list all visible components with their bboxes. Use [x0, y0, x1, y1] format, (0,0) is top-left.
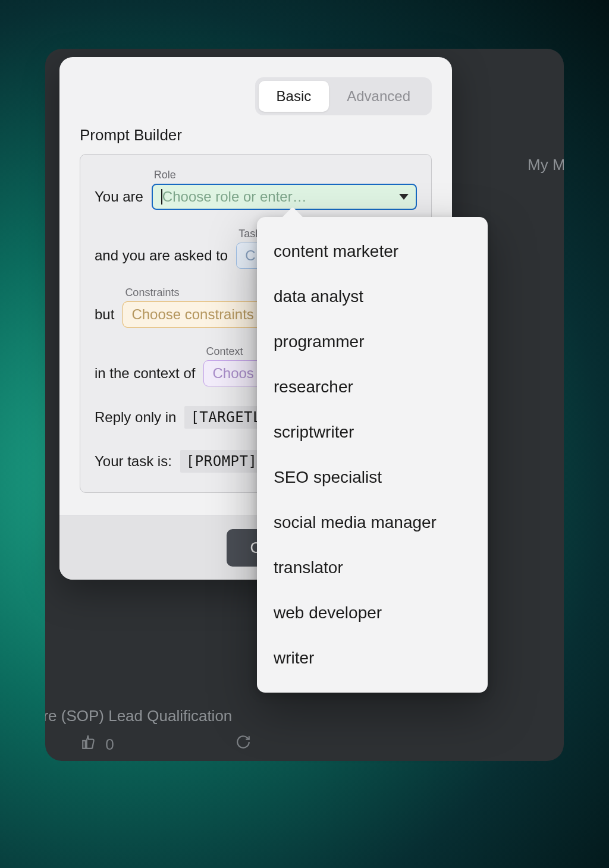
builder-text: in the context of: [95, 360, 195, 386]
role-option-translator[interactable]: translator: [257, 545, 488, 590]
chevron-down-icon[interactable]: [399, 194, 409, 200]
builder-text: You are: [95, 184, 143, 210]
tab-advanced[interactable]: Advanced: [329, 81, 428, 112]
prompt-token: [PROMPT]: [180, 450, 263, 473]
role-option-web-developer[interactable]: web developer: [257, 590, 488, 636]
context-placeholder: Choos: [212, 365, 253, 382]
builder-text: Reply only in: [95, 404, 176, 430]
role-option-content-marketer[interactable]: content marketer: [257, 229, 488, 274]
refresh-icon: [236, 734, 251, 754]
tab-basic[interactable]: Basic: [259, 81, 329, 112]
task-placeholder: C: [245, 247, 255, 264]
builder-text: but: [95, 301, 114, 328]
role-option-data-analyst[interactable]: data analyst: [257, 274, 488, 319]
builder-text: and you are asked to: [95, 243, 228, 269]
bg-text: My Mac: [528, 156, 564, 174]
role-option-social-media-manager[interactable]: social media manager: [257, 500, 488, 545]
role-option-seo-specialist[interactable]: SEO specialist: [257, 455, 488, 500]
like-count: 0: [105, 735, 114, 753]
role-caption: Role: [152, 169, 417, 181]
role-dropdown-list: content marketer data analyst programmer…: [257, 217, 488, 693]
role-option-researcher[interactable]: researcher: [257, 364, 488, 410]
modal-title: Prompt Builder: [80, 126, 432, 144]
role-option-programmer[interactable]: programmer: [257, 319, 488, 364]
thumbs-up-icon: 0: [81, 734, 114, 754]
bg-text: cedure (SOP) Lead Qualification: [45, 707, 232, 725]
constraints-placeholder: Choose constraints: [131, 306, 253, 323]
role-placeholder: Choose role or enter…: [162, 188, 307, 205]
mode-tabs: Basic Advanced: [255, 77, 432, 115]
role-option-writer[interactable]: writer: [257, 636, 488, 681]
role-combobox[interactable]: Choose role or enter…: [152, 184, 417, 210]
builder-text: Your task is:: [95, 448, 172, 474]
role-option-scriptwriter[interactable]: scriptwriter: [257, 410, 488, 455]
